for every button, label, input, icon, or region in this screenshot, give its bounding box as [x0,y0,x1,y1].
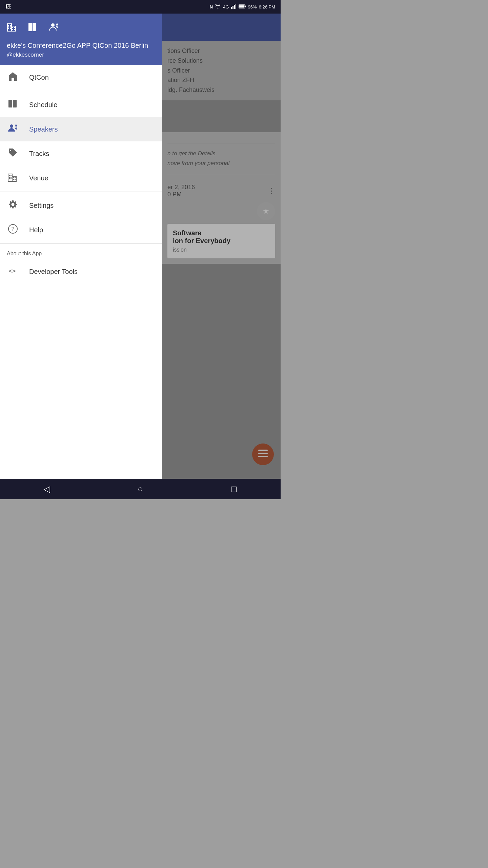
svg-rect-14 [10,26,11,27]
svg-rect-1 [232,6,233,9]
drawer-header-icons [7,22,155,34]
tracks-label: Tracks [29,150,49,158]
divider-1 [0,91,162,91]
sidebar-item-developer-tools[interactable]: <> Developer Tools [0,259,162,284]
svg-rect-29 [9,175,10,176]
svg-rect-3 [235,4,236,9]
settings-icon [7,199,19,212]
schedule-icon [7,99,19,111]
back-button[interactable]: ◁ [33,479,60,499]
sidebar-item-qtcon[interactable]: QtCon [0,65,162,90]
svg-text:?: ? [12,226,15,232]
status-bar: 🖼 N 4G 96% 6:26 PM [0,0,281,14]
svg-rect-28 [8,174,12,181]
divider-3 [0,243,162,244]
recents-button[interactable]: □ [220,479,247,499]
venue-label: Venue [29,174,48,182]
qtcon-label: QtCon [29,74,49,81]
svg-rect-17 [12,26,16,31]
svg-rect-34 [11,178,12,179]
notification-icon: N [210,4,213,9]
svg-rect-30 [11,175,12,176]
svg-point-27 [10,124,13,128]
network-type: 4G [223,4,229,9]
divider-2 [0,192,162,192]
home-button[interactable]: ○ [127,479,154,499]
home-icon [7,71,19,84]
app-handle: @ekkescorner [7,52,155,58]
schedule-header-icon [28,22,39,34]
settings-label: Settings [29,202,54,210]
help-label: Help [29,226,43,234]
schedule-label: Schedule [29,101,57,109]
recents-icon: □ [231,484,237,494]
back-icon: ◁ [43,484,50,494]
svg-rect-33 [9,178,10,179]
status-left: 🖼 [5,4,11,10]
svg-rect-39 [15,179,16,180]
svg-rect-32 [11,177,12,178]
svg-rect-23 [33,23,36,31]
svg-rect-25 [8,100,12,107]
sidebar-item-tracks[interactable]: Tracks [0,141,162,166]
sidebar-item-venue[interactable]: Venue [0,166,162,190]
home-circle-icon: ○ [138,484,143,494]
about-section-label: About this App [0,245,162,259]
signal-icon [231,4,237,10]
speakers-header-icon [49,22,60,34]
svg-rect-6 [239,5,244,7]
tag-icon [7,147,19,160]
navigation-drawer: ekke's Conference2Go APP QtCon 2016 Berl… [0,14,162,479]
svg-rect-31 [9,177,10,178]
bottom-nav-bar: ◁ ○ □ [0,479,281,499]
svg-rect-26 [13,100,17,107]
svg-rect-15 [8,28,9,29]
building-icon [7,22,18,34]
svg-rect-35 [12,176,16,181]
svg-rect-0 [231,7,232,9]
svg-rect-11 [8,25,9,26]
svg-rect-13 [8,26,9,27]
sidebar-item-help[interactable]: ? Help [0,218,162,242]
svg-point-24 [51,23,55,27]
svg-rect-21 [14,29,15,30]
developer-tools-label: Developer Tools [29,268,78,276]
drawer-overlay[interactable] [162,14,281,479]
battery-icon [239,4,246,9]
svg-rect-37 [15,177,16,178]
svg-rect-22 [28,23,32,31]
sidebar-item-schedule[interactable]: Schedule [0,93,162,117]
speakers-icon [7,123,19,136]
sidebar-item-settings[interactable]: Settings [0,193,162,218]
svg-rect-2 [234,5,235,9]
venue-icon [7,172,19,184]
svg-rect-18 [12,27,13,28]
speakers-label: Speakers [29,125,58,133]
dev-icon: <> [7,265,19,278]
svg-rect-20 [12,29,13,30]
drawer-header: ekke's Conference2Go APP QtCon 2016 Berl… [0,14,162,65]
svg-text:<>: <> [8,267,16,274]
time-display: 6:26 PM [259,4,275,9]
drawer-items-list: QtCon Schedule Speak [0,65,162,479]
status-right: N 4G 96% 6:26 PM [210,4,275,10]
svg-rect-19 [14,27,15,28]
svg-rect-16 [10,28,11,29]
sidebar-item-speakers[interactable]: Speakers [0,117,162,141]
drawer-app-info: ekke's Conference2Go APP QtCon 2016 Berl… [7,41,155,58]
help-icon: ? [7,224,19,236]
battery-percent: 96% [248,4,257,9]
app-name: ekke's Conference2Go APP QtCon 2016 Berl… [7,41,155,50]
svg-rect-38 [13,179,14,180]
image-icon: 🖼 [5,4,11,10]
svg-rect-36 [13,177,14,178]
svg-rect-5 [245,5,246,7]
svg-rect-12 [10,25,11,26]
svg-rect-10 [7,24,12,31]
wifi-icon [215,4,221,10]
